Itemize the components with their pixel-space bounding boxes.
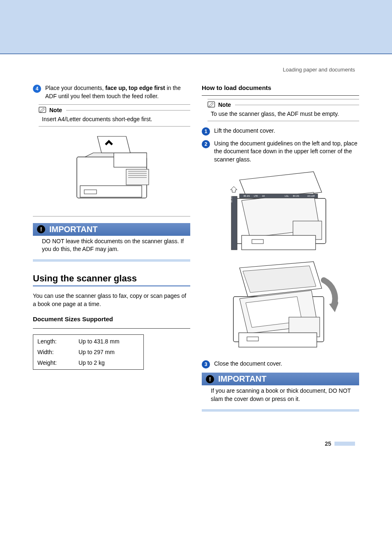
spec-width-label: Width: [37, 349, 78, 355]
svg-text:B4 JIS: B4 JIS [293, 195, 299, 197]
step-2: 2 Using the document guidelines on the l… [202, 140, 359, 164]
step-4-text: Place your documents, face up, top edge … [45, 84, 190, 100]
svg-rect-6 [126, 169, 149, 185]
step-3: 3 Close the document cover. [202, 360, 359, 368]
step-2-text: Using the document guidelines on the lef… [214, 140, 359, 164]
svg-rect-27 [252, 240, 263, 244]
svg-rect-3 [114, 153, 147, 167]
svg-rect-16 [231, 196, 237, 250]
note-body-1: Insert A4/Letter documents short-edge fi… [42, 115, 190, 124]
step-4: 4 Place your documents, face up, top edg… [33, 84, 190, 100]
important-box-2: ! IMPORTANT If you are scanning a book o… [202, 373, 359, 411]
exclamation-icon: ! [206, 375, 214, 383]
important-label: IMPORTANT [218, 374, 266, 384]
section-body: You can use the scanner glass to fax, co… [33, 292, 190, 308]
pencil-icon [208, 101, 216, 108]
note-body-2: To use the scanner glass, the ADF must b… [211, 110, 359, 118]
note-block-2: Note To use the scanner glass, the ADF m… [202, 99, 359, 121]
svg-rect-35 [247, 337, 258, 341]
pencil-icon [39, 106, 47, 114]
important-body-2: If you are scanning a book or thick docu… [202, 385, 359, 407]
top-banner [0, 0, 392, 54]
glass-top-illustration: B5 JIS B5 JISLTRA4LGLB4 JISA3 LGR [202, 168, 359, 254]
svg-marker-4 [97, 136, 130, 153]
step-number-icon: 4 [33, 85, 41, 93]
spec-length-label: Length: [37, 338, 78, 345]
spec-length-val: Up to 431.8 mm [78, 338, 139, 345]
page-footer: 25 [0, 428, 392, 463]
spec-weight-label: Weight: [37, 359, 78, 366]
svg-rect-11 [84, 190, 97, 194]
how-to-heading: How to load documents [202, 84, 359, 91]
svg-rect-18 [240, 194, 318, 198]
step-number-icon: 1 [202, 127, 210, 136]
breadcrumb: Loading paper and documents [33, 67, 359, 73]
subsection-heading: Document Sizes Supported [33, 315, 190, 322]
svg-text:LTR: LTR [254, 195, 258, 197]
footer-bar-icon [334, 442, 355, 446]
svg-text:LGL: LGL [285, 195, 289, 197]
note-block-1: Note Insert A4/Letter documents short-ed… [33, 104, 190, 127]
exclamation-icon: ! [37, 225, 45, 233]
step-3-text: Close the document cover. [214, 360, 282, 368]
svg-text:A4: A4 [262, 195, 265, 197]
important-label: IMPORTANT [49, 225, 97, 234]
note-label: Note [49, 107, 62, 113]
spec-width-val: Up to 297 mm [78, 349, 139, 355]
page-content: 2 Loading paper and documents 4 Place yo… [0, 54, 392, 428]
important-box-1: ! IMPORTANT DO NOT leave thick documents… [33, 223, 190, 262]
step-1: 1 Lift the document cover. [202, 127, 359, 136]
step-1-text: Lift the document cover. [214, 127, 275, 135]
step-number-icon: 2 [202, 140, 210, 148]
page-number: 25 [325, 440, 331, 447]
adf-illustration [33, 132, 190, 210]
svg-text:A3 LGR: A3 LGR [307, 195, 315, 197]
glass-close-illustration [202, 260, 359, 354]
right-column: How to load documents Note To use the sc… [202, 84, 359, 412]
svg-text:B5 JIS: B5 JIS [244, 195, 250, 197]
note-label: Note [218, 101, 231, 108]
spec-weight-val: Up to 2 kg [78, 359, 139, 366]
svg-text:B5 JIS: B5 JIS [230, 196, 233, 203]
important-body-1: DO NOT leave thick documents on the scan… [33, 236, 190, 258]
step-number-icon: 3 [202, 360, 210, 368]
spec-table: Length: Up to 431.8 mm Width: Up to 297 … [33, 334, 144, 370]
svg-marker-36 [329, 302, 338, 312]
section-heading: Using the scanner glass [33, 273, 190, 284]
left-column: 4 Place your documents, face up, top edg… [33, 84, 190, 412]
